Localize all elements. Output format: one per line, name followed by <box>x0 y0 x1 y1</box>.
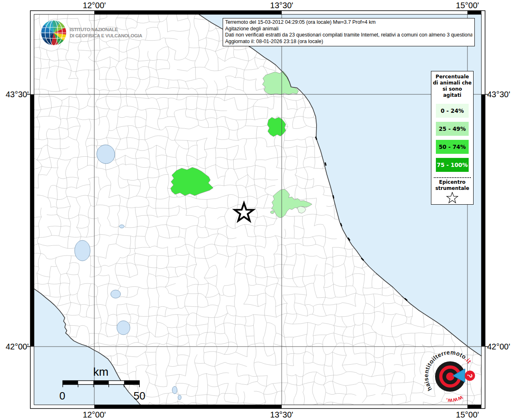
lon-label-bottom-3: 15°00' <box>445 410 490 419</box>
lake <box>119 225 124 228</box>
scale-end-label: 50 <box>134 390 146 402</box>
scale-unit-label: km <box>93 365 108 378</box>
map-title-box: Terremoto del 15-03-2012 04:29:05 (ora l… <box>223 18 475 46</box>
legend-class-75-100: 75 - 100% <box>436 158 469 172</box>
map-canvas: km 0 50 ISTITUTO NAZIONALE DI GEOFISICA … <box>0 0 515 420</box>
legend-title: Percentuale di animali che si sono agita… <box>431 74 473 98</box>
lon-label-bottom-1: 12°00' <box>72 410 117 419</box>
legend-class-25-49: 25 - 49% <box>436 122 469 136</box>
legend: Percentuale di animali che si sono agita… <box>431 71 474 205</box>
lat-label-left-2: 42°00' <box>0 342 29 351</box>
lon-label-top-2: 13°30' <box>259 1 304 10</box>
lon-label-bottom-2: 13°30' <box>259 410 304 419</box>
ingv-globe-icon <box>41 20 66 46</box>
legend-divider <box>434 177 471 178</box>
legend-epicenter-label: Epicentro strumentale <box>431 179 473 192</box>
lake <box>178 395 181 400</box>
map-title-line-3: Dati non verificati estratti da 23 quest… <box>225 32 472 39</box>
legend-class-label: 0 - 24% <box>441 107 464 114</box>
ingv-name-line1: ISTITUTO NAZIONALE <box>70 27 118 32</box>
epicenter-star-icon <box>446 192 459 204</box>
map-title-line-4: Aggiornato il: 08-01-2026 23:18 (ora loc… <box>225 39 472 45</box>
lon-label-top-1: 12°00' <box>72 1 117 10</box>
macroseismic-map-figure: km 0 50 ISTITUTO NAZIONALE DI GEOFISICA … <box>0 0 515 420</box>
scale-start-label: 0 <box>59 390 65 402</box>
legend-class-0-24: 0 - 24% <box>436 104 469 118</box>
lat-label-left-1: 43°30' <box>0 90 29 99</box>
map-title-line-1: Terremoto del 15-03-2012 04:29:05 (ora l… <box>225 19 472 26</box>
legend-class-label: 50 - 74% <box>439 144 466 150</box>
ingv-name-line2: DI GEOFISICA E VULCANOLOGIA <box>70 33 142 38</box>
lake <box>111 290 121 298</box>
legend-class-label: 75 - 100% <box>437 162 468 168</box>
map-title-line-2: Agitazione degli animali <box>225 26 472 32</box>
lake <box>117 321 130 335</box>
lat-label-right-2: 42°00' <box>487 342 515 351</box>
legend-class-50-74: 50 - 74% <box>436 140 469 154</box>
lake <box>75 240 90 261</box>
lat-label-right-1: 43°30' <box>487 90 515 99</box>
lon-label-top-3: 15°00' <box>445 1 490 10</box>
legend-class-label: 25 - 49% <box>439 126 466 132</box>
lake <box>172 386 177 394</box>
